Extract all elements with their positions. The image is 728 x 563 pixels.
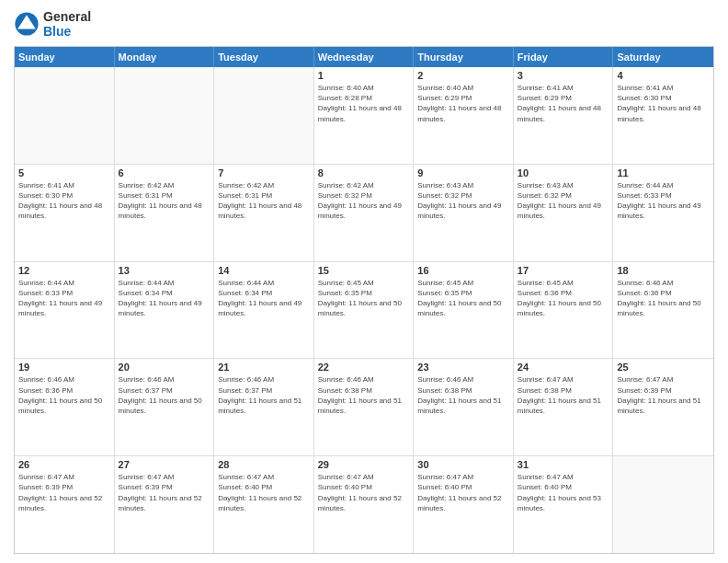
day-info: Sunrise: 6:47 AM Sunset: 6:40 PM Dayligh…	[518, 472, 609, 513]
calendar-cell: 14 Sunrise: 6:44 AM Sunset: 6:34 PM Dayl…	[214, 262, 314, 359]
sunrise-label: Sunrise: 6:46 AM	[119, 375, 175, 384]
sunset-label: Sunset: 6:38 PM	[318, 386, 372, 395]
sunset-label: Sunset: 6:30 PM	[18, 191, 73, 200]
sunset-label: Sunset: 6:35 PM	[417, 289, 472, 297]
daylight-label: Daylight: 11 hours and 51 minutes.	[518, 396, 601, 415]
calendar-header-day-sunday: Sunday	[15, 47, 115, 67]
day-info: Sunrise: 6:46 AM Sunset: 6:36 PM Dayligh…	[617, 278, 710, 319]
sunset-label: Sunset: 6:39 PM	[18, 483, 73, 491]
calendar: SundayMondayTuesdayWednesdayThursdayFrid…	[14, 46, 714, 554]
sunrise-label: Sunrise: 6:46 AM	[218, 375, 274, 384]
sunrise-label: Sunrise: 6:46 AM	[18, 375, 74, 384]
daylight-label: Daylight: 11 hours and 52 minutes.	[318, 494, 402, 512]
logo-text: General Blue	[43, 9, 91, 39]
daylight-label: Daylight: 11 hours and 53 minutes.	[518, 494, 601, 512]
day-number: 29	[318, 459, 410, 470]
calendar-cell: 9 Sunrise: 6:43 AM Sunset: 6:32 PM Dayli…	[414, 165, 514, 261]
day-number: 7	[218, 167, 310, 178]
sunrise-label: Sunrise: 6:44 AM	[218, 279, 274, 287]
day-number: 15	[318, 265, 410, 276]
day-info: Sunrise: 6:47 AM Sunset: 6:39 PM Dayligh…	[617, 374, 710, 416]
sunrise-label: Sunrise: 6:42 AM	[218, 181, 274, 190]
calendar-cell: 31 Sunrise: 6:47 AM Sunset: 6:40 PM Dayl…	[514, 456, 614, 553]
daylight-label: Daylight: 11 hours and 48 minutes.	[218, 201, 301, 220]
calendar-header-day-wednesday: Wednesday	[314, 47, 415, 67]
calendar-cell: 13 Sunrise: 6:44 AM Sunset: 6:34 PM Dayl…	[115, 262, 215, 359]
day-info: Sunrise: 6:45 AM Sunset: 6:36 PM Dayligh…	[518, 278, 609, 319]
calendar-week-1: 1 Sunrise: 6:40 AM Sunset: 6:28 PM Dayli…	[15, 67, 713, 165]
day-number: 3	[518, 70, 609, 81]
day-number: 20	[119, 362, 210, 373]
day-info: Sunrise: 6:47 AM Sunset: 6:39 PM Dayligh…	[119, 472, 210, 513]
calendar-cell: 19 Sunrise: 6:46 AM Sunset: 6:36 PM Dayl…	[15, 359, 115, 455]
sunrise-label: Sunrise: 6:40 AM	[417, 84, 473, 92]
sunset-label: Sunset: 6:30 PM	[617, 94, 671, 102]
daylight-label: Daylight: 11 hours and 48 minutes.	[18, 201, 102, 220]
sunrise-label: Sunrise: 6:45 AM	[318, 279, 374, 287]
day-info: Sunrise: 6:44 AM Sunset: 6:34 PM Dayligh…	[218, 278, 310, 319]
daylight-label: Daylight: 11 hours and 52 minutes.	[218, 494, 301, 512]
calendar-cell: 23 Sunrise: 6:46 AM Sunset: 6:38 PM Dayl…	[414, 359, 514, 455]
calendar-week-3: 12 Sunrise: 6:44 AM Sunset: 6:33 PM Dayl…	[15, 262, 713, 360]
daylight-label: Daylight: 11 hours and 51 minutes.	[617, 396, 700, 415]
day-info: Sunrise: 6:41 AM Sunset: 6:30 PM Dayligh…	[18, 180, 110, 222]
sunset-label: Sunset: 6:40 PM	[417, 483, 472, 491]
day-info: Sunrise: 6:44 AM Sunset: 6:34 PM Dayligh…	[119, 278, 210, 319]
day-number: 2	[417, 70, 509, 81]
sunrise-label: Sunrise: 6:42 AM	[318, 181, 374, 190]
sunset-label: Sunset: 6:31 PM	[119, 191, 173, 200]
calendar-cell: 8 Sunrise: 6:42 AM Sunset: 6:32 PM Dayli…	[314, 165, 415, 261]
day-info: Sunrise: 6:46 AM Sunset: 6:37 PM Dayligh…	[218, 374, 310, 416]
calendar-cell	[115, 67, 215, 164]
calendar-body: 1 Sunrise: 6:40 AM Sunset: 6:28 PM Dayli…	[15, 67, 713, 553]
day-number: 27	[119, 459, 210, 470]
calendar-cell: 26 Sunrise: 6:47 AM Sunset: 6:39 PM Dayl…	[15, 456, 115, 553]
header: General Blue	[14, 9, 714, 39]
calendar-cell: 7 Sunrise: 6:42 AM Sunset: 6:31 PM Dayli…	[214, 165, 314, 261]
sunrise-label: Sunrise: 6:45 AM	[417, 279, 473, 287]
sunrise-label: Sunrise: 6:41 AM	[617, 84, 673, 92]
day-info: Sunrise: 6:46 AM Sunset: 6:38 PM Dayligh…	[417, 374, 509, 416]
daylight-label: Daylight: 11 hours and 48 minutes.	[518, 104, 601, 122]
day-number: 19	[18, 362, 110, 373]
day-info: Sunrise: 6:44 AM Sunset: 6:33 PM Dayligh…	[617, 180, 710, 222]
daylight-label: Daylight: 11 hours and 50 minutes.	[18, 396, 102, 415]
calendar-cell: 3 Sunrise: 6:41 AM Sunset: 6:29 PM Dayli…	[514, 67, 614, 164]
day-info: Sunrise: 6:47 AM Sunset: 6:39 PM Dayligh…	[18, 472, 110, 513]
calendar-header-day-saturday: Saturday	[613, 47, 713, 67]
sunset-label: Sunset: 6:40 PM	[318, 483, 372, 491]
day-number: 4	[617, 70, 710, 81]
day-number: 21	[218, 362, 310, 373]
sunset-label: Sunset: 6:38 PM	[417, 386, 472, 395]
day-number: 12	[18, 265, 110, 276]
day-info: Sunrise: 6:47 AM Sunset: 6:40 PM Dayligh…	[218, 472, 310, 513]
day-number: 14	[218, 265, 310, 276]
calendar-header-row: SundayMondayTuesdayWednesdayThursdayFrid…	[15, 47, 713, 67]
calendar-cell: 16 Sunrise: 6:45 AM Sunset: 6:35 PM Dayl…	[414, 262, 514, 359]
sunset-label: Sunset: 6:31 PM	[218, 191, 272, 200]
day-number: 11	[617, 167, 710, 178]
sunrise-label: Sunrise: 6:47 AM	[617, 375, 673, 384]
daylight-label: Daylight: 11 hours and 49 minutes.	[318, 201, 402, 220]
day-info: Sunrise: 6:46 AM Sunset: 6:36 PM Dayligh…	[18, 374, 110, 416]
sunset-label: Sunset: 6:34 PM	[119, 289, 173, 297]
sunrise-label: Sunrise: 6:47 AM	[518, 473, 574, 481]
calendar-cell: 11 Sunrise: 6:44 AM Sunset: 6:33 PM Dayl…	[613, 165, 713, 261]
daylight-label: Daylight: 11 hours and 51 minutes.	[417, 396, 501, 415]
day-number: 9	[417, 167, 509, 178]
day-number: 26	[18, 459, 110, 470]
calendar-week-4: 19 Sunrise: 6:46 AM Sunset: 6:36 PM Dayl…	[15, 359, 713, 456]
day-info: Sunrise: 6:42 AM Sunset: 6:32 PM Dayligh…	[318, 180, 410, 222]
calendar-header-day-thursday: Thursday	[414, 47, 514, 67]
day-number: 23	[417, 362, 509, 373]
day-number: 24	[518, 362, 609, 373]
sunrise-label: Sunrise: 6:47 AM	[218, 473, 274, 481]
day-number: 30	[417, 459, 509, 470]
day-number: 5	[18, 167, 110, 178]
sunset-label: Sunset: 6:36 PM	[518, 289, 572, 297]
calendar-cell: 21 Sunrise: 6:46 AM Sunset: 6:37 PM Dayl…	[214, 359, 314, 455]
calendar-cell	[613, 456, 713, 553]
sunrise-label: Sunrise: 6:41 AM	[18, 181, 74, 190]
sunrise-label: Sunrise: 6:47 AM	[318, 473, 374, 481]
daylight-label: Daylight: 11 hours and 49 minutes.	[218, 299, 301, 317]
